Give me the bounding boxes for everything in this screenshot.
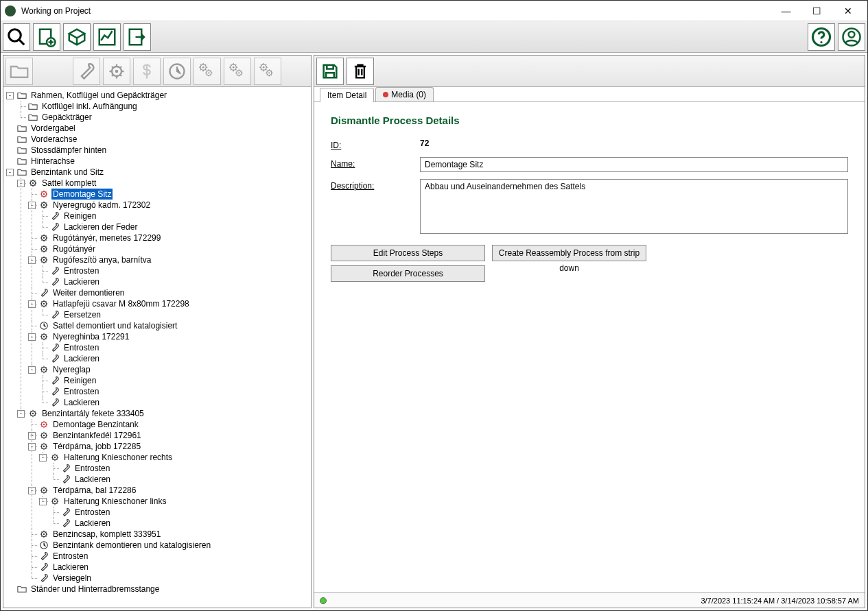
expand-toggle[interactable]: - <box>17 180 25 187</box>
tree-node[interactable]: -Térdpárna, bal 172286 <box>28 485 309 496</box>
tree-node[interactable]: Gepäckträger <box>17 112 309 123</box>
expand-toggle[interactable]: + <box>28 432 36 440</box>
edit-process-steps-button[interactable]: Edit Process Steps <box>331 245 485 261</box>
tree-node[interactable]: -Rahmen, Kotflügel und Gepäckträger <box>6 90 309 101</box>
expand-toggle[interactable]: - <box>28 333 36 341</box>
gears2-button[interactable] <box>224 58 251 85</box>
tree-node[interactable]: Lackieren <box>39 353 309 364</box>
tree-node[interactable]: Lackieren der Feder <box>39 221 309 232</box>
tree-node-label: Benzintankfedél 172961 <box>51 430 143 441</box>
tree-node[interactable]: Ständer und Hinterradbremsstange <box>6 584 309 595</box>
tree-node[interactable]: Lackieren <box>39 397 309 408</box>
tree-node[interactable]: Entrosten <box>39 342 309 353</box>
expand-toggle <box>6 586 14 593</box>
maximize-button[interactable]: ☐ <box>801 1 832 21</box>
tab-item-detail[interactable]: Item Detail <box>320 88 374 102</box>
tree-node[interactable]: +Benzintankfedél 172961 <box>28 430 309 441</box>
tree-node[interactable]: -Halterung Knieschoner rechts <box>39 452 309 463</box>
box-button[interactable] <box>63 23 91 51</box>
tree-node[interactable]: Lackieren <box>50 518 309 529</box>
wrench-icon <box>60 518 71 529</box>
tree-node[interactable]: Rugótányér, menetes 172299 <box>28 232 309 243</box>
tree-node[interactable]: Vorderachse <box>6 134 309 145</box>
tree-node[interactable]: Entrosten <box>50 463 309 474</box>
tree-node[interactable]: Entrosten <box>28 551 309 562</box>
close-button[interactable]: ✕ <box>832 1 863 21</box>
wrench-button[interactable] <box>73 58 100 85</box>
tree-node[interactable]: -Benzintank und Sitz <box>6 167 309 178</box>
help-button[interactable] <box>808 23 835 51</box>
tree-node[interactable]: Reinigen <box>39 211 309 221</box>
expand-toggle[interactable]: - <box>28 202 36 209</box>
new-doc-button[interactable] <box>33 23 60 51</box>
tree-node[interactable]: Entrosten <box>39 386 309 397</box>
tab-media[interactable]: Media (0) <box>375 87 434 101</box>
wrench-icon <box>49 211 60 221</box>
tree-node[interactable]: -Halterung Knieschoner links <box>39 496 309 507</box>
tree-node-label: Benzintank demontieren und katalogisiere… <box>51 540 212 551</box>
support-button[interactable] <box>838 23 865 51</box>
tree-node[interactable]: Lackieren <box>39 276 309 287</box>
tree-node[interactable]: -Benzintartály fekete 333405 <box>17 408 309 419</box>
gears3-button[interactable] <box>254 58 281 85</box>
folder-icon <box>10 62 29 81</box>
tree-node[interactable]: Stossdämpfer hinten <box>6 145 309 156</box>
tree-node[interactable]: -Nyereghinba 172291 <box>28 331 309 342</box>
create-reassembly-button[interactable]: Create Reassembly Process from strip dow… <box>492 245 646 261</box>
gears-icon <box>258 62 277 81</box>
tree-node[interactable]: Weiter demontieren <box>28 287 309 298</box>
expand-toggle <box>39 355 47 363</box>
expand-toggle <box>39 278 47 286</box>
tree-node[interactable]: Benzincsap, komplett 333951 <box>28 529 309 540</box>
tree-node[interactable]: Kotflügel inkl. Aufhängung <box>17 101 309 112</box>
expand-toggle[interactable]: - <box>28 300 36 308</box>
expand-toggle[interactable]: - <box>28 443 36 451</box>
tree-node[interactable]: Eersetzen <box>39 309 309 320</box>
expand-toggle[interactable]: - <box>28 256 36 264</box>
project-tree[interactable]: -Rahmen, Kotflügel und GepäckträgerKotfl… <box>3 87 311 608</box>
cost-button[interactable] <box>133 58 161 85</box>
tree-node[interactable]: Benzintank demontieren und katalogisiere… <box>28 540 309 551</box>
expand-toggle[interactable]: - <box>28 366 36 374</box>
tree-node[interactable]: Lackieren <box>50 474 309 485</box>
description-textarea[interactable] <box>420 179 848 234</box>
minimize-button[interactable]: — <box>771 1 801 21</box>
tree-node[interactable]: Entrosten <box>50 507 309 518</box>
tree-node[interactable]: Sattel demontiert und katalogisiert <box>28 320 309 331</box>
expand-toggle[interactable]: - <box>28 487 36 494</box>
clock-button[interactable] <box>163 58 191 85</box>
tree-node[interactable]: Versiegeln <box>28 573 309 584</box>
save-button[interactable] <box>316 58 344 85</box>
export-button[interactable] <box>124 23 151 51</box>
tree-node[interactable]: -Térdpárna, jobb 172285 <box>28 441 309 452</box>
delete-button[interactable] <box>347 58 374 85</box>
search-button[interactable] <box>3 23 30 51</box>
tree-node[interactable]: Demontage Benzintank <box>28 419 309 430</box>
tree-node[interactable]: Vordergabel <box>6 123 309 134</box>
tree-node[interactable]: Entrosten <box>39 265 309 276</box>
tree-node-label: Stossdämpfer hinten <box>30 145 108 156</box>
expand-toggle[interactable]: - <box>39 498 47 505</box>
tree-node[interactable]: Hinterachse <box>6 156 309 167</box>
expand-toggle[interactable]: - <box>17 410 25 418</box>
tree-node[interactable]: -Hatlapfejü csavar M 8x80mm 172298 <box>28 298 309 309</box>
tree-node[interactable]: Demontage Sitz <box>28 189 309 200</box>
gear-icon <box>38 200 49 211</box>
gear-button[interactable] <box>103 58 130 85</box>
tree-node[interactable]: Reinigen <box>39 375 309 386</box>
expand-toggle[interactable]: - <box>6 169 14 176</box>
gear-icon <box>49 452 60 463</box>
tree-node[interactable]: -Nyeregrugó kadm. 172302 <box>28 200 309 211</box>
chart-button[interactable] <box>93 23 121 51</box>
expand-toggle[interactable]: - <box>6 92 14 99</box>
tree-node[interactable]: Rugótányér <box>28 243 309 254</box>
tree-node[interactable]: -Rugófeszítö anya, barnítva <box>28 254 309 265</box>
folder-button[interactable] <box>5 58 33 85</box>
tree-node[interactable]: -Nyereglap <box>28 364 309 375</box>
tree-node[interactable]: Lackieren <box>28 562 309 573</box>
name-input[interactable] <box>420 157 848 172</box>
reorder-processes-button[interactable]: Reorder Processes <box>331 265 485 282</box>
gears1-button[interactable] <box>193 58 221 85</box>
expand-toggle[interactable]: - <box>39 454 47 462</box>
tree-node[interactable]: -Sattel komplett <box>17 178 309 189</box>
